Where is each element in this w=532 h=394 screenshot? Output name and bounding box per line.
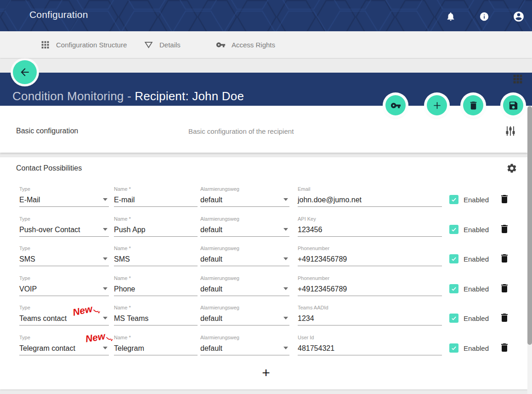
apps-menu-button[interactable] [512, 74, 523, 85]
delete-row-button[interactable] [499, 283, 510, 294]
enabled-checkbox[interactable] [449, 314, 458, 323]
chevron-down-icon [103, 317, 108, 320]
delete-row-button[interactable] [499, 194, 510, 205]
chevron-down-icon [103, 287, 108, 290]
type-select[interactable]: Type VOIP [19, 275, 109, 296]
name-label: Name * [114, 275, 198, 281]
add-button[interactable] [427, 95, 447, 115]
back-button[interactable] [13, 60, 37, 84]
contact-detail-input[interactable]: Phonenumber +49123456789 [298, 245, 442, 266]
check-icon [451, 315, 457, 321]
contact-row: Type VOIP Name * Phone Alarmierungsweg d… [0, 275, 527, 302]
check-icon [451, 256, 457, 262]
name-input[interactable]: Name * MS Teams [114, 304, 198, 325]
plus-icon [432, 100, 442, 111]
tab-access-rights[interactable]: Access Rights [216, 31, 275, 58]
enabled-control: Enabled [449, 343, 489, 353]
type-select[interactable]: Type SMS [19, 245, 109, 266]
chevron-down-icon [283, 257, 288, 260]
scrollbar-thumb[interactable] [527, 106, 532, 345]
alarm-route-value: default [200, 314, 289, 323]
contact-detail-input[interactable]: API Key 123456 [298, 216, 442, 237]
trash-icon [499, 283, 510, 294]
type-value: Telegram contact [19, 344, 109, 353]
gear-icon [506, 163, 517, 174]
trash-icon [499, 194, 510, 205]
delete-row-button[interactable] [499, 312, 510, 323]
key-icon [216, 40, 226, 50]
type-select[interactable]: Type E-Mail [19, 186, 109, 207]
enabled-checkbox[interactable] [449, 284, 458, 293]
enabled-checkbox[interactable] [449, 254, 458, 263]
name-input[interactable]: Name * Phone [114, 275, 198, 296]
trash-icon [499, 312, 510, 323]
add-contact-button[interactable]: + [257, 364, 275, 382]
apps-grid-icon [512, 74, 523, 85]
section-subtitle: Basic configuration of the recipient [188, 127, 294, 135]
contact-detail-input[interactable]: Teams AADId 1234 [298, 304, 442, 325]
enabled-checkbox[interactable] [449, 195, 458, 204]
enabled-label: Enabled [464, 226, 489, 234]
chevron-down-icon [103, 257, 108, 260]
contact-row: New Type Telegram contact Name * Telegra… [0, 334, 527, 361]
name-input[interactable]: Name * Push App [114, 216, 198, 237]
info-button[interactable] [479, 11, 489, 22]
name-input[interactable]: Name * E-mail [114, 186, 198, 207]
alarm-route-select[interactable]: Alarmierungsweg default [200, 216, 289, 237]
tab-label: Configuration Structure [56, 41, 127, 49]
contact-row: Type E-Mail Name * E-mail Alarmierungswe… [0, 186, 527, 212]
alarm-route-label: Alarmierungsweg [200, 186, 289, 192]
alarm-route-select[interactable]: Alarmierungsweg default [200, 245, 289, 266]
app-header: Configuration [0, 0, 532, 31]
key-icon [391, 100, 401, 111]
alarm-route-select[interactable]: Alarmierungsweg default [200, 186, 289, 207]
chevron-down-icon [283, 317, 288, 320]
save-button[interactable] [503, 95, 523, 115]
tab-configuration-structure[interactable]: Configuration Structure [40, 31, 127, 58]
check-icon [451, 226, 457, 233]
delete-row-button[interactable] [499, 253, 510, 264]
chevron-down-icon [283, 347, 288, 349]
section-settings-button[interactable] [504, 125, 516, 137]
card-settings-button[interactable] [506, 163, 517, 174]
alarm-route-value: default [200, 196, 289, 204]
contact-detail-value: +49123456789 [298, 285, 442, 293]
page-title-emphasis: Recipient: John Doe [135, 89, 244, 103]
contact-detail-label: Email [298, 186, 442, 192]
alarm-route-select[interactable]: Alarmierungsweg default [200, 334, 289, 355]
enabled-checkbox[interactable] [449, 343, 458, 353]
contact-detail-input[interactable]: Phonenumber +49123456789 [298, 275, 442, 296]
trash-icon [499, 223, 510, 234]
tab-details[interactable]: Details [144, 31, 181, 58]
trash-icon [468, 100, 479, 111]
contact-detail-value: john.doe@jumo.net [298, 196, 442, 204]
alarm-route-select[interactable]: Alarmierungsweg default [200, 275, 289, 296]
trash-icon [499, 253, 510, 264]
contact-detail-input[interactable]: Email john.doe@jumo.net [298, 186, 442, 207]
name-input[interactable]: Name * SMS [114, 245, 198, 266]
name-label: Name * [114, 186, 198, 192]
type-select[interactable]: Type Telegram contact [19, 334, 109, 355]
enabled-checkbox[interactable] [449, 225, 458, 234]
delete-row-button[interactable] [499, 223, 510, 234]
app-title: Configuration [29, 9, 88, 20]
bell-icon [446, 11, 456, 22]
contact-detail-input[interactable]: User Id 481754321 [298, 334, 442, 355]
delete-button[interactable] [463, 95, 483, 115]
type-value: SMS [19, 255, 109, 263]
alarm-route-select[interactable]: Alarmierungsweg default [200, 304, 289, 325]
name-value: SMS [114, 255, 198, 263]
notifications-button[interactable] [446, 11, 456, 22]
access-key-button[interactable] [385, 95, 406, 115]
save-icon [508, 100, 519, 111]
trash-icon [499, 342, 510, 353]
type-select[interactable]: Type Push-over Contact [19, 216, 109, 237]
name-input[interactable]: Name * Telegram [114, 334, 198, 355]
contact-possibilities-card: Contact Possibilities Type E-Mail Name *… [0, 157, 527, 389]
delete-row-button[interactable] [499, 342, 510, 353]
alarm-route-label: Alarmierungsweg [200, 216, 289, 222]
type-select[interactable]: Type Teams contact [19, 304, 109, 325]
account-button[interactable] [513, 11, 525, 23]
name-value: E-mail [114, 196, 198, 204]
page-title: Condition Monitoring - Recipient: John D… [12, 89, 244, 103]
